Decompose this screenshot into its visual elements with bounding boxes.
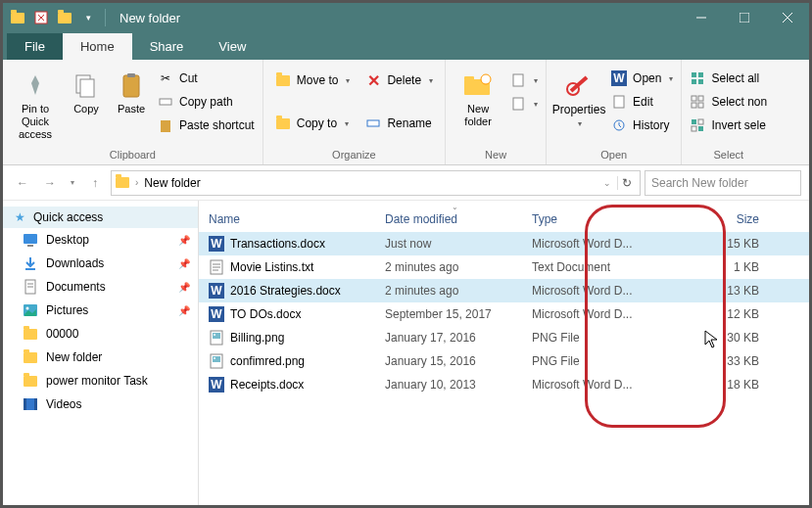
- image-file-icon: [209, 330, 224, 346]
- address-box[interactable]: › New folder ⌄ ↻: [111, 170, 641, 196]
- open-button[interactable]: WOpen▾: [607, 68, 677, 89]
- svg-rect-34: [24, 234, 37, 244]
- sort-chevron-icon: ⌄: [452, 203, 458, 211]
- properties-button[interactable]: Properties ▾: [550, 66, 607, 134]
- file-size: 1 KB: [685, 259, 763, 275]
- column-headers: Name Date modified⌄ Type Size: [199, 201, 809, 232]
- file-name: confimred.png: [230, 354, 305, 368]
- back-button[interactable]: ←: [11, 171, 34, 195]
- qat-folder-icon[interactable]: [7, 7, 28, 28]
- file-type: Microsoft Word D...: [528, 377, 685, 393]
- sidebar-item-downloads[interactable]: Downloads📌: [3, 252, 198, 275]
- sidebar-item-videos[interactable]: Videos: [3, 393, 198, 416]
- file-row[interactable]: W2016 Strategies.docx2 minutes agoMicros…: [199, 279, 809, 302]
- cut-button[interactable]: ✂Cut: [154, 68, 259, 89]
- copy-button[interactable]: Copy: [64, 66, 109, 119]
- svg-text:W: W: [613, 71, 625, 85]
- maximize-button[interactable]: [723, 3, 766, 32]
- qat-dropdown-icon[interactable]: ▾: [77, 7, 99, 28]
- paste-button[interactable]: Paste: [109, 66, 154, 119]
- file-list: Name Date modified⌄ Type Size WTransacti…: [199, 201, 809, 505]
- word-file-icon: W: [209, 236, 224, 252]
- select-none-button[interactable]: Select non: [686, 91, 771, 113]
- move-to-button[interactable]: Move to▾: [271, 69, 355, 91]
- edit-button[interactable]: Edit: [607, 91, 677, 113]
- file-type: Microsoft Word D...: [528, 236, 685, 252]
- recent-button[interactable]: ▾: [66, 171, 79, 195]
- minimize-button[interactable]: [680, 3, 723, 32]
- column-size[interactable]: Size: [685, 210, 763, 228]
- new-folder-button[interactable]: New folder: [450, 66, 506, 132]
- column-name[interactable]: Name: [205, 210, 381, 228]
- file-row[interactable]: WTransactions.docxJust nowMicrosoft Word…: [199, 232, 809, 255]
- ribbon-group-new: New folder ▾ ▾ New: [446, 60, 547, 164]
- file-row[interactable]: WTO DOs.docxSeptember 15, 2017Microsoft …: [199, 302, 809, 326]
- svg-rect-31: [698, 126, 703, 131]
- tab-share[interactable]: Share: [132, 33, 202, 60]
- file-row[interactable]: Movie Listins.txt2 minutes agoText Docum…: [199, 255, 809, 279]
- new-item-button[interactable]: ▾: [506, 69, 542, 91]
- qat-properties-icon[interactable]: [30, 7, 52, 28]
- paste-shortcut-button[interactable]: Paste shortcut: [154, 115, 259, 136]
- svg-rect-13: [464, 76, 474, 80]
- tab-file[interactable]: File: [7, 33, 63, 60]
- file-row[interactable]: confimred.pngJanuary 15, 2016PNG File33 …: [199, 349, 809, 373]
- invert-selection-button[interactable]: Invert sele: [686, 115, 771, 136]
- history-icon: [611, 117, 627, 133]
- pin-icon: 📌: [178, 235, 190, 246]
- file-name: 2016 Strategies.docx: [230, 284, 341, 298]
- history-button[interactable]: History: [607, 115, 677, 136]
- sidebar-item-documents[interactable]: Documents📌: [3, 275, 198, 299]
- copy-path-button[interactable]: Copy path: [154, 91, 259, 113]
- svg-rect-10: [161, 120, 170, 132]
- file-date: September 15, 2017: [381, 306, 528, 322]
- sidebar-item-00000[interactable]: 00000: [3, 322, 198, 346]
- folder-icon: [23, 349, 38, 365]
- close-button[interactable]: [766, 3, 809, 32]
- forward-button[interactable]: →: [38, 171, 62, 195]
- search-box[interactable]: Search New folder: [645, 170, 801, 196]
- sidebar-item-pictures[interactable]: Pictures📌: [3, 299, 198, 322]
- new-item-icon: [510, 72, 526, 88]
- pin-quick-access-button[interactable]: Pin to Quick access: [7, 66, 64, 146]
- svg-rect-44: [34, 398, 37, 410]
- column-type[interactable]: Type: [528, 210, 685, 228]
- qat-new-folder-icon[interactable]: [54, 7, 75, 28]
- svg-rect-29: [698, 103, 703, 108]
- file-type: PNG File: [528, 330, 685, 346]
- easy-access-button[interactable]: ▾: [506, 93, 542, 115]
- select-all-button[interactable]: Select all: [686, 68, 771, 89]
- folder-icon: [23, 326, 38, 342]
- rename-button[interactable]: Rename: [361, 113, 437, 134]
- file-size: 30 KB: [685, 330, 763, 346]
- file-row[interactable]: Billing.pngJanuary 17, 2016PNG File30 KB: [199, 326, 809, 349]
- sidebar-item-new-folder[interactable]: New folder: [3, 346, 198, 369]
- sidebar-item-desktop[interactable]: Desktop📌: [3, 228, 198, 252]
- file-name: Movie Listins.txt: [230, 260, 313, 274]
- file-type: Text Document: [528, 259, 685, 275]
- delete-button[interactable]: ✕Delete▾: [361, 69, 437, 91]
- select-none-icon: [690, 94, 705, 110]
- select-all-icon: [690, 70, 705, 86]
- scissors-icon: ✂: [158, 70, 173, 86]
- file-row[interactable]: WReceipts.docxJanuary 10, 2013Microsoft …: [199, 373, 809, 396]
- star-icon: ★: [15, 210, 25, 224]
- file-type: Microsoft Word D...: [528, 283, 685, 299]
- tab-home[interactable]: Home: [63, 33, 132, 60]
- folder-icon: [23, 373, 38, 389]
- file-type: PNG File: [528, 353, 685, 369]
- column-date-modified[interactable]: Date modified⌄: [381, 210, 528, 228]
- word-file-icon: W: [209, 377, 224, 393]
- pictures-icon: [23, 302, 38, 318]
- svg-rect-24: [692, 79, 696, 84]
- copy-to-button[interactable]: Copy to▾: [271, 113, 355, 134]
- refresh-button[interactable]: ↻: [617, 176, 636, 190]
- tab-view[interactable]: View: [201, 33, 263, 60]
- up-button[interactable]: ↑: [83, 171, 107, 195]
- sidebar-item-power-monitor-task[interactable]: power monitor Task: [3, 369, 198, 393]
- sidebar-quick-access[interactable]: ★ Quick access: [3, 207, 198, 228]
- svg-rect-8: [127, 73, 135, 77]
- svg-rect-9: [160, 99, 171, 105]
- svg-rect-2: [740, 13, 749, 23]
- pin-icon: [20, 69, 51, 101]
